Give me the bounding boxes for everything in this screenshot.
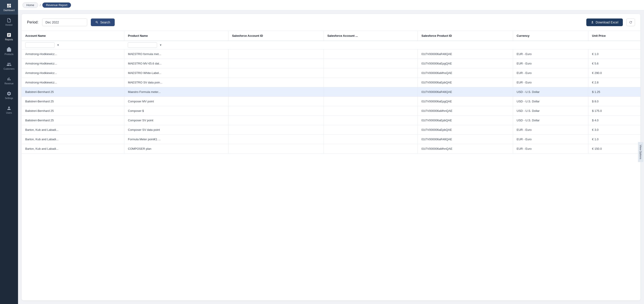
col-header-sf-account-other[interactable]: Salesforce Account ...	[324, 31, 418, 41]
cell-unit_price: € 1.0	[588, 49, 640, 59]
table-row[interactable]: Armstrong-Hodkiewicz...MAESTRO SV data p…	[22, 78, 640, 87]
cell-sf_product_id: 01t7V000006aEpbQAE	[418, 78, 513, 87]
cell-sf_account_id	[228, 135, 324, 144]
search-button-label: Search	[100, 21, 110, 24]
sidebar-item-invoice-label: Invoice	[6, 24, 12, 26]
table-row[interactable]: Barton, Kub and Labadi...COMPOSER plan01…	[22, 144, 640, 154]
cell-currency: EUR - Euro	[513, 59, 588, 68]
sidebar-item-customers-label: Customers	[4, 68, 14, 70]
cell-sf_account_other	[324, 59, 418, 68]
sidebar-item-dashboard-label: Dashboard	[4, 9, 15, 12]
sidebar-item-reports[interactable]: Reports	[0, 29, 18, 44]
cell-account_name: Barton, Kub and Labadi...	[22, 125, 124, 135]
cell-currency: EUR - Euro	[513, 68, 588, 78]
cell-currency: USD - U.S. Dollar	[513, 116, 588, 125]
col-header-currency[interactable]: Currency	[513, 31, 588, 41]
cell-account_name: Armstrong-Hodkiewicz...	[22, 49, 124, 59]
sidebar-item-revenue-label: Revenue	[4, 82, 14, 85]
cell-unit_price: € 150.0	[588, 144, 640, 154]
cell-product_name: Composer SV data point	[124, 125, 228, 135]
cell-product_name: Formula Meter point€1 ...	[124, 135, 228, 144]
filter-product-name[interactable]	[128, 42, 157, 48]
table-row[interactable]: Armstrong-Hodkiewicz...MAESTRO MV €5.6 d…	[22, 59, 640, 68]
cell-product_name: COMPOSER plan	[124, 144, 228, 154]
col-header-account-name[interactable]: Account Name	[22, 31, 124, 41]
cell-sf_account_id	[228, 87, 324, 97]
col-header-unit-price[interactable]: Unit Price	[588, 31, 640, 41]
cell-currency: EUR - Euro	[513, 135, 588, 144]
cell-sf_account_id	[228, 59, 324, 68]
col-header-sf-account-id[interactable]: Salesforce Account ID	[228, 31, 324, 41]
cell-product_name: Composer MV point	[124, 97, 228, 106]
cell-sf_account_other	[324, 49, 418, 59]
refresh-button[interactable]	[626, 19, 635, 26]
sidebar-item-customers[interactable]: Customers	[0, 59, 18, 73]
search-button[interactable]: Search	[91, 19, 115, 26]
breadcrumb-home[interactable]: Home	[22, 2, 38, 8]
cell-unit_price: $ 4.0	[588, 116, 640, 125]
cell-unit_price: $ 175.0	[588, 106, 640, 116]
cell-account_name: Balistreri-Bernhard 25	[22, 87, 124, 97]
sidebar-item-users-label: Users	[6, 112, 12, 114]
table-row[interactable]: Barton, Kub and Labadi...Composer SV dat…	[22, 125, 640, 135]
table-row[interactable]: Balistreri-Bernhard 25Composer MV point0…	[22, 97, 640, 106]
cell-currency: EUR - Euro	[513, 78, 588, 87]
cell-sf_product_id: 01t7V000006aR48QAE	[418, 135, 513, 144]
sidebar-item-dashboard[interactable]: Dashboard	[0, 0, 18, 15]
view-options-tab[interactable]: View Options	[638, 142, 644, 162]
cell-sf_product_id: 01t7V000006aEpbQAE	[418, 116, 513, 125]
sidebar-item-reports-label: Reports	[5, 38, 13, 41]
col-header-product-name[interactable]: Product Name	[124, 31, 228, 41]
cell-sf_product_id: 01t7V000006aR48QAE	[418, 87, 513, 97]
cell-sf_account_other	[324, 68, 418, 78]
filter-icon-account[interactable]: ▼	[57, 44, 60, 47]
cell-currency: EUR - Euro	[513, 144, 588, 154]
table-row[interactable]: Balistreri-Bernhard 25Maestro Formula me…	[22, 87, 640, 97]
cell-currency: EUR - Euro	[513, 125, 588, 135]
toolbar: Period: Search Download Excel	[22, 14, 640, 31]
sidebar-item-products[interactable]: Products	[0, 44, 18, 59]
period-input[interactable]	[42, 19, 87, 26]
sidebar-item-users[interactable]: Users	[0, 103, 18, 117]
cell-unit_price: $ 8.0	[588, 97, 640, 106]
filter-account-name[interactable]	[25, 42, 54, 48]
table-row[interactable]: Balistreri-Bernhard 25Composer $01t7V000…	[22, 106, 640, 116]
content-card: Period: Search Download Excel Account Na…	[22, 14, 640, 300]
table-row[interactable]: Armstrong-Hodkiewicz...MAESTRO White-Lab…	[22, 68, 640, 78]
cell-unit_price: € 2.8	[588, 78, 640, 87]
cell-product_name: MAESTRO White-Label...	[124, 68, 228, 78]
cell-account_name: Barton, Kub and Labadi...	[22, 135, 124, 144]
cell-sf_account_id	[228, 78, 324, 87]
download-excel-button[interactable]: Download Excel	[586, 19, 623, 26]
cell-account_name: Balistreri-Bernhard 25	[22, 97, 124, 106]
cell-account_name: Barton, Kub and Labadi...	[22, 144, 124, 154]
table-row[interactable]: Armstrong-Hodkiewicz...MAESTRO formula m…	[22, 49, 640, 59]
cell-product_name: Maestro Formula meter...	[124, 87, 228, 97]
sidebar-item-invoice[interactable]: Invoice	[0, 15, 18, 29]
cell-sf_account_other	[324, 78, 418, 87]
filter-icon-product[interactable]: ▼	[159, 44, 162, 47]
cell-currency: EUR - Euro	[513, 49, 588, 59]
cell-sf_product_id: 01t7V000006aR48QAE	[418, 49, 513, 59]
table-row[interactable]: Balistreri-Bernhard 25Composer SV point0…	[22, 116, 640, 125]
sidebar-item-revenue[interactable]: Revenue	[0, 73, 18, 88]
cell-product_name: MAESTRO formula met...	[124, 49, 228, 59]
cell-currency: USD - U.S. Dollar	[513, 97, 588, 106]
sidebar-item-settings[interactable]: Settings	[0, 88, 18, 103]
cell-sf_account_other	[324, 135, 418, 144]
cell-currency: USD - U.S. Dollar	[513, 87, 588, 97]
cell-account_name: Armstrong-Hodkiewicz...	[22, 59, 124, 68]
cell-account_name: Armstrong-Hodkiewicz...	[22, 78, 124, 87]
cell-unit_price: € 290.0	[588, 68, 640, 78]
breadcrumb-current: Revenue Report	[42, 3, 71, 8]
cell-sf_account_id	[228, 144, 324, 154]
cell-sf_account_other	[324, 144, 418, 154]
cell-sf_account_other	[324, 97, 418, 106]
cell-product_name: MAESTRO MV €5.6 dat...	[124, 59, 228, 68]
table-row[interactable]: Barton, Kub and Labadi...Formula Meter p…	[22, 135, 640, 144]
topbar: Home / Revenue Report	[18, 0, 644, 10]
col-header-sf-product-id[interactable]: Salesforce Product ID	[418, 31, 513, 41]
cell-sf_account_id	[228, 116, 324, 125]
cell-unit_price: € 5.6	[588, 59, 640, 68]
cell-sf_product_id: 01t7V000006aEpgQAE	[418, 97, 513, 106]
